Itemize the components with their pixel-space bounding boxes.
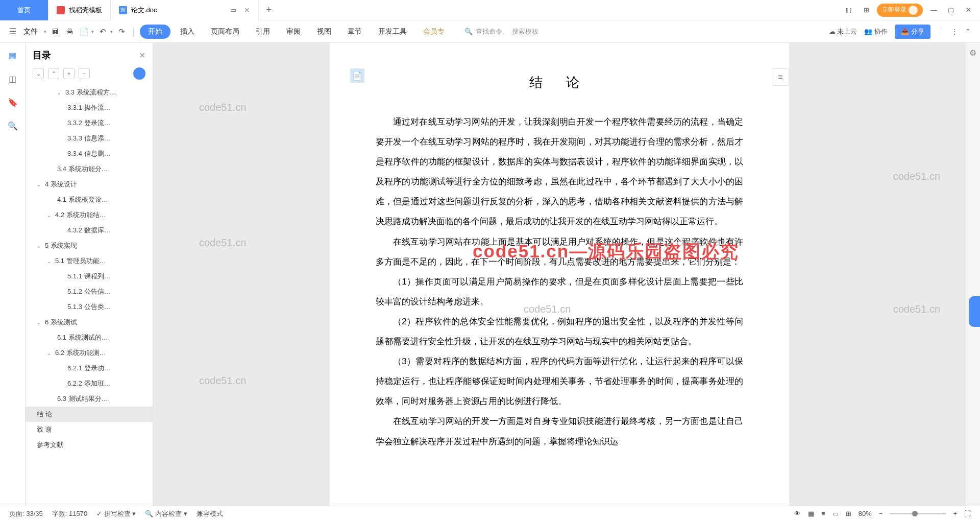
undo-icon[interactable]: ↶	[97, 26, 108, 37]
tree-item[interactable]: 致 谢	[26, 422, 153, 437]
spell-check[interactable]: ✓ 拼写检查 ▾	[96, 509, 136, 518]
watermark: code51.cn	[199, 375, 246, 387]
cloud-button[interactable]: ☁ 未上云	[829, 27, 857, 36]
edge-tab[interactable]	[969, 296, 980, 327]
eye-icon[interactable]: 👁	[794, 510, 801, 517]
outline-icon[interactable]: ▦	[7, 49, 19, 61]
main-area: ▦ ◫ 🔖 🔍 目录 ✕ ⌄ ⌃ + − ⌄3.3 系统流程方… 3.3.1 操…	[0, 43, 980, 506]
tree-item[interactable]: ⌄5 系统实现	[26, 238, 153, 253]
tree-item[interactable]: 3.3.3 信息添…	[26, 131, 153, 146]
doc-type-icon[interactable]: 📄	[350, 68, 364, 83]
tab-chapter[interactable]: 章节	[341, 27, 369, 36]
zoom-slider[interactable]	[890, 513, 946, 514]
share-button[interactable]: 📤 分享	[895, 25, 930, 39]
outline-close-icon[interactable]: ✕	[139, 51, 145, 60]
tree-item[interactable]: ⌄3.3 系统流程方…	[26, 85, 153, 100]
zoom-out-icon[interactable]: −	[879, 510, 883, 517]
view-mode-icon[interactable]: ▭	[832, 510, 839, 517]
word-icon: W	[119, 6, 127, 14]
maximize-icon[interactable]: ▢	[944, 4, 958, 17]
outline-panel: 目录 ✕ ⌄ ⌃ + − ⌄3.3 系统流程方… 3.3.1 操作流… 3.3.…	[26, 43, 153, 506]
tab-home[interactable]: 首页	[0, 0, 48, 20]
tab-templates[interactable]: 找稻壳模板	[48, 0, 111, 20]
view-mode-icon[interactable]: ≡	[821, 510, 825, 517]
redo-icon[interactable]: ↷	[116, 26, 127, 37]
search-box[interactable]: 🔍 查找命令、 搜索模板	[464, 27, 538, 36]
tree-item[interactable]: 5.1.2 公告信…	[26, 284, 153, 299]
tree-item[interactable]: 6.2.1 登录功…	[26, 361, 153, 376]
paragraph: （2）程序软件的总体安全性能需要优化，例如程序的退出安全性，以及程序的并发性等问…	[376, 312, 743, 351]
tree-item[interactable]: ⌄4 系统设计	[26, 177, 153, 192]
tree-item[interactable]: 6.1 系统测试的…	[26, 330, 153, 345]
tab-review[interactable]: 审阅	[280, 27, 307, 36]
save-icon[interactable]: 🖬	[50, 26, 61, 37]
title-bar: 首页 找稻壳模板 W 论文.doc ▭ ✕ + ⫿⫿ ⊞ 立即登录 — ▢ ✕	[0, 0, 980, 20]
outline-title: 目录	[33, 49, 51, 61]
close-icon[interactable]: ✕	[244, 6, 250, 14]
tree-item[interactable]: ⌄6.2 系统功能测…	[26, 345, 153, 361]
collapse-all-icon[interactable]: ⌄	[33, 68, 44, 79]
settings-icon[interactable]: ⚙	[969, 48, 976, 58]
login-button[interactable]: 立即登录	[877, 4, 923, 17]
tree-item[interactable]: ⌄5.1 管理员功能…	[26, 253, 153, 269]
close-window-icon[interactable]: ✕	[962, 4, 975, 17]
fullscreen-icon[interactable]: ⛶	[964, 510, 971, 517]
word-count[interactable]: 字数: 11570	[52, 509, 87, 518]
view-mode-icon[interactable]: ⊞	[846, 510, 851, 517]
file-button[interactable]: 文件	[19, 27, 42, 36]
tree-item[interactable]: 4.1 系统概要设…	[26, 192, 153, 207]
search-icon: 🔍	[464, 28, 473, 35]
user-avatar-icon[interactable]	[133, 67, 145, 80]
tab-ref[interactable]: 引用	[249, 27, 277, 36]
tree-item[interactable]: 结 论	[26, 407, 153, 422]
collab-button[interactable]: 👥 协作	[864, 27, 888, 36]
tree-item[interactable]: 6.3 测试结果分…	[26, 391, 153, 407]
menu-icon[interactable]: ☰	[9, 27, 16, 36]
tab-layout[interactable]: 页面布局	[204, 27, 246, 36]
add-icon[interactable]: +	[63, 68, 75, 79]
tree-item[interactable]: 3.4 系统功能分…	[26, 161, 153, 177]
tree-item[interactable]: 4.3.2 数据库…	[26, 223, 153, 238]
tab-dev[interactable]: 开发工具	[372, 27, 413, 36]
tab-insert[interactable]: 插入	[174, 27, 201, 36]
paragraph: （3）需要对程序的数据结构方面，程序的代码方面等进行优化，让运行起来的程序可以保…	[376, 351, 743, 411]
tab-view[interactable]: 视图	[310, 27, 338, 36]
tree-item[interactable]: 6.2.2 添加班…	[26, 376, 153, 391]
tree-item[interactable]: 3.3.1 操作流…	[26, 100, 153, 115]
more-icon[interactable]: ⋮	[951, 28, 958, 35]
compat-mode[interactable]: 兼容模式	[197, 509, 223, 518]
tree-item[interactable]: ⌄4.2 系统功能结…	[26, 207, 153, 223]
content-check[interactable]: 🔍 内容检查 ▾	[145, 509, 187, 518]
preview-icon[interactable]: 📄	[78, 26, 89, 37]
layout-icon[interactable]: ⫿⫿	[842, 4, 855, 17]
find-icon[interactable]: 🔍	[7, 120, 19, 132]
view-mode-icon[interactable]: ▦	[808, 510, 814, 517]
document-area[interactable]: code51.cn code51.cn code51.cn 📄 ≡ 结 论 通过…	[153, 43, 966, 506]
tree-item[interactable]: 参考文献	[26, 437, 153, 453]
collapse-icon[interactable]: ⌃	[965, 28, 971, 35]
remove-icon[interactable]: −	[79, 68, 90, 79]
tab-document[interactable]: W 论文.doc ▭ ✕	[111, 0, 259, 20]
document-page: 📄 ≡ 结 论 通过对在线互动学习网站的开发，让我深刻明白开发一个程序软件需要经…	[330, 43, 789, 506]
nav-icon[interactable]: ◫	[7, 73, 19, 85]
tree-item[interactable]: 3.3.2 登录流…	[26, 115, 153, 131]
tab-vip[interactable]: 会员专	[416, 27, 451, 36]
tree-item[interactable]: ⌄6 系统测试	[26, 315, 153, 330]
docer-icon	[57, 6, 65, 14]
page-indicator[interactable]: 页面: 33/35	[9, 509, 43, 518]
expand-all-icon[interactable]: ⌃	[48, 68, 59, 79]
zoom-level[interactable]: 80%	[859, 510, 872, 517]
tree-item[interactable]: 5.1.3 公告类…	[26, 299, 153, 315]
add-tab-button[interactable]: +	[259, 5, 280, 15]
bookmark-icon[interactable]: 🔖	[7, 96, 19, 108]
apps-icon[interactable]: ⊞	[860, 4, 873, 17]
zoom-in-icon[interactable]: +	[953, 510, 957, 517]
tab-window-icon[interactable]: ▭	[227, 4, 240, 17]
tree-item[interactable]: 5.1.1 课程列…	[26, 269, 153, 284]
side-toggle-icon[interactable]: ≡	[772, 68, 789, 86]
print-icon[interactable]: 🖶	[64, 26, 75, 37]
tab-start[interactable]: 开始	[140, 25, 170, 39]
tree-item[interactable]: 3.3.4 信息删…	[26, 146, 153, 161]
minimize-icon[interactable]: —	[927, 4, 940, 17]
right-rail: ⚙	[966, 43, 980, 506]
